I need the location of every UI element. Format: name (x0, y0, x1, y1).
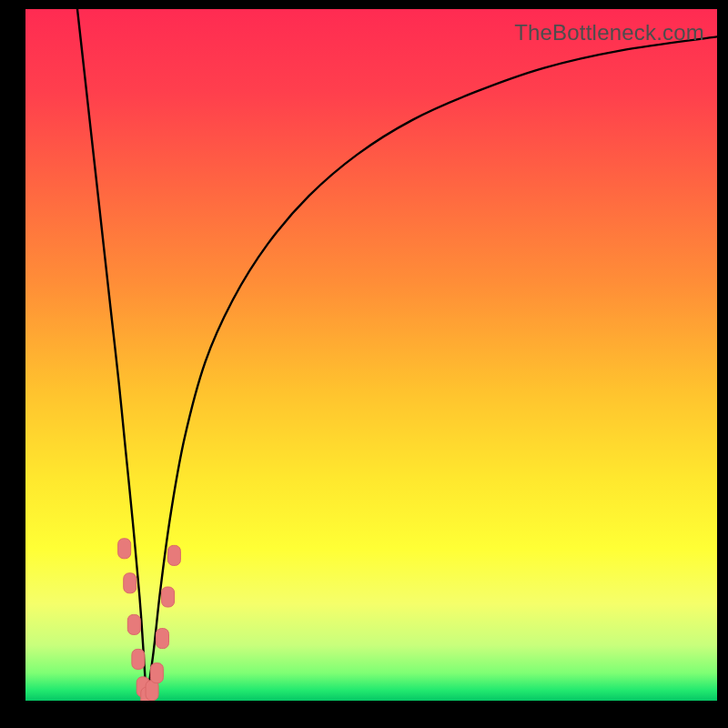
valley-marker (150, 663, 163, 683)
valley-marker (162, 587, 175, 607)
valley-marker (167, 545, 180, 565)
valley-marker (156, 629, 168, 649)
plot-area: TheBottleneck.com (25, 9, 717, 701)
valley-marker (118, 539, 131, 559)
valley-marker (132, 649, 145, 669)
curve-layer (25, 9, 717, 701)
curve-right-branch (147, 36, 717, 701)
curve-left-branch (77, 9, 147, 701)
valley-marker (124, 573, 136, 593)
chart-frame: TheBottleneck.com (0, 0, 728, 728)
valley-marker (127, 614, 140, 634)
